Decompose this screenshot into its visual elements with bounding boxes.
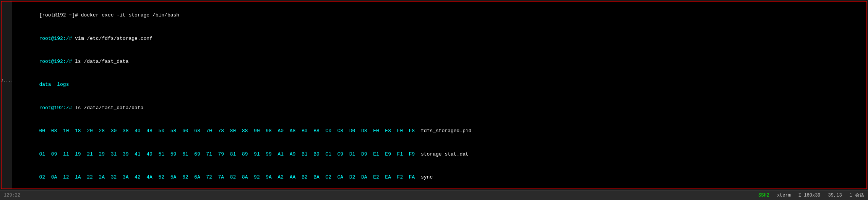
prompt: root@192:/# (39, 105, 72, 111)
hex-row-2: 01 09 11 19 21 29 31 39 41 49 51 59 61 6… (15, 143, 863, 166)
statusbar-time: 129:22 (4, 193, 20, 198)
cmd-text: ls /data/fast_data/data (72, 105, 143, 111)
cmd-text: [root@192 ~]# docker exec -it storage /b… (39, 12, 179, 18)
hex-row-3: 02 0A 12 1A 22 2A 32 3A 42 4A 52 5A 62 6… (15, 166, 863, 189)
status-terminal-type: xterm (777, 193, 791, 198)
hex-row-1: 00 08 10 18 20 28 30 38 40 48 50 58 60 6… (15, 120, 863, 143)
left-bar: O.... (2, 2, 12, 189)
hex-values: 02 0A 12 1A 22 2A 32 3A 42 4A 52 5A 62 6… (39, 174, 421, 180)
terminal-content[interactable]: [root@192 ~]# docker exec -it storage /b… (12, 2, 866, 189)
statusbar: 129:22 SSH2 xterm ⌶ 160x39 39,13 1 会话 (0, 190, 868, 200)
status-sessions: 1 会话 (850, 192, 864, 198)
status-position: 39,13 (828, 193, 842, 198)
hex-values: 00 08 10 18 20 28 30 38 40 48 50 58 60 6… (39, 128, 421, 134)
status-dimensions: ⌶ 160x39 (798, 192, 821, 198)
left-bar-text: O.... (1, 78, 13, 83)
status-ssh: SSH2 (758, 193, 769, 198)
hex-label: storage_stat.dat (421, 151, 469, 157)
hex-label: fdfs_storaged.pid (421, 128, 472, 134)
prompt: root@192:/# (39, 36, 72, 41)
terminal-line-cmd1: [root@192 ~]# docker exec -it storage /b… (15, 4, 863, 27)
terminal-line-cmd3: root@192:/# ls /data/fast_data (15, 50, 863, 73)
terminal-wrapper: O.... [root@192 ~]# docker exec -it stor… (0, 0, 868, 200)
hex-values: 01 09 11 19 21 29 31 39 41 49 51 59 61 6… (39, 151, 421, 157)
terminal-line-ls-output: data logs (15, 73, 863, 96)
hex-label: sync (421, 174, 433, 180)
terminal-main: O.... [root@192 ~]# docker exec -it stor… (1, 1, 867, 189)
cmd-text: ls /data/fast_data (72, 59, 128, 64)
terminal-line-cmd2: root@192:/# vim /etc/fdfs/storage.conf (15, 27, 863, 50)
cmd-text: vim /etc/fdfs/storage.conf (72, 36, 153, 41)
terminal-line-cmd4: root@192:/# ls /data/fast_data/data (15, 97, 863, 120)
prompt: root@192:/# (39, 59, 72, 64)
dir-listing: data logs (39, 82, 69, 87)
statusbar-right: SSH2 xterm ⌶ 160x39 39,13 1 会话 (758, 192, 864, 198)
